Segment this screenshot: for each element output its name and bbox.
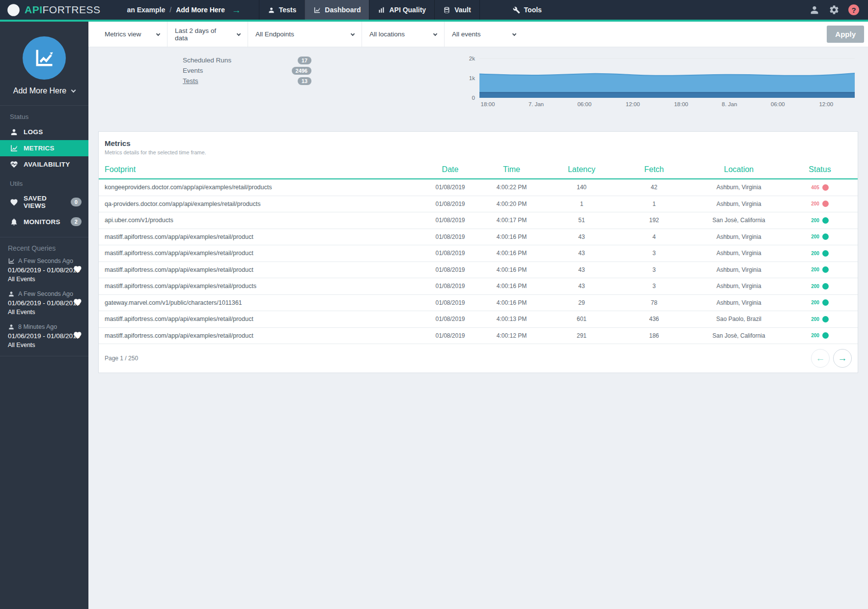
status-dot-icon bbox=[822, 283, 829, 290]
sidebar-item-saved-views[interactable]: SAVED VIEWS0 bbox=[0, 191, 88, 213]
cell-date: 01/08/2019 bbox=[422, 316, 478, 322]
cell-time: 4:00:13 PM bbox=[478, 316, 545, 322]
cell-date: 01/08/2019 bbox=[422, 184, 478, 191]
cell-status: 200 bbox=[788, 201, 852, 207]
chevron-down-icon bbox=[351, 31, 355, 35]
cell-footprint: api.uber.com/v1/products bbox=[105, 217, 422, 224]
sidebar-item-availability[interactable]: AVAILABILITY bbox=[0, 156, 88, 173]
status-code: 200 bbox=[811, 284, 819, 289]
table-footer: Page 1 / 250 ← → bbox=[99, 344, 858, 373]
cell-latency: 51 bbox=[545, 217, 618, 224]
cell-date: 01/08/2019 bbox=[422, 217, 478, 224]
cell-latency: 291 bbox=[545, 332, 618, 339]
status-code: 200 bbox=[811, 300, 819, 305]
table-row[interactable]: mastiff.apifortress.com/app/api/examples… bbox=[99, 311, 858, 328]
tab-label: Vault bbox=[454, 6, 471, 14]
user-icon bbox=[8, 323, 15, 330]
cell-status: 200 bbox=[788, 332, 852, 339]
filter-dropdown-last-2-days-of-data[interactable]: Last 2 days of data bbox=[168, 22, 248, 47]
table-row[interactable]: mastiff.apifortress.com/app/api/examples… bbox=[99, 229, 858, 246]
cell-latency: 43 bbox=[545, 283, 618, 290]
cell-location: San Josè, California bbox=[690, 217, 788, 224]
metrics-subtitle: Metrics details for the selected time fr… bbox=[105, 149, 852, 155]
status-code: 405 bbox=[811, 185, 819, 190]
sidebar-item-label: LOGS bbox=[24, 128, 43, 136]
cell-time: 4:00:16 PM bbox=[478, 266, 545, 273]
breadcrumb-project[interactable]: an Example bbox=[127, 6, 165, 14]
tab-vault[interactable]: Vault bbox=[434, 0, 479, 20]
sidebar-item-monitors[interactable]: MONITORS2 bbox=[0, 213, 88, 230]
cell-latency: 140 bbox=[545, 184, 618, 191]
cell-status: 200 bbox=[788, 316, 852, 322]
cell-status: 200 bbox=[788, 299, 852, 306]
status-code: 200 bbox=[811, 333, 819, 338]
heart-outline-icon[interactable] bbox=[73, 331, 82, 340]
apply-button[interactable]: Apply bbox=[827, 26, 864, 43]
table-row[interactable]: mastiff.apifortress.com/app/api/examples… bbox=[99, 278, 858, 295]
sidebar-item-label: AVAILABILITY bbox=[24, 161, 70, 168]
table-row[interactable]: qa-providers.doctor.com/app/api/examples… bbox=[99, 196, 858, 213]
recent-query-item[interactable]: A Few Seconds Ago01/06/2019 - 01/08/2019… bbox=[0, 257, 88, 290]
brand-text: API FORTRESS bbox=[25, 4, 100, 16]
column-header-time: Time bbox=[478, 165, 545, 174]
cell-footprint: kongeeproviders.doctor.com/app/api/examp… bbox=[105, 184, 422, 191]
cell-location: Ashburn, Virginia bbox=[690, 250, 788, 257]
chevron-down-icon bbox=[71, 87, 76, 92]
next-page-button[interactable]: → bbox=[833, 349, 852, 368]
filter-dropdown-all-endpoints[interactable]: All Endpoints bbox=[248, 22, 362, 47]
project-selector[interactable]: Add More Here bbox=[0, 87, 88, 95]
status-dot-icon bbox=[822, 332, 829, 339]
stat-label[interactable]: Tests bbox=[183, 77, 198, 85]
count-badge: 0 bbox=[71, 198, 82, 206]
tab-tools[interactable]: Tools bbox=[504, 0, 550, 20]
stat-row-scheduled-runs: Scheduled Runs17 bbox=[183, 55, 311, 65]
table-row[interactable]: gateway.marvel.com/v1/public/characters/… bbox=[99, 295, 858, 312]
recent-query-item[interactable]: A Few Seconds Ago01/06/2019 - 01/08/2019… bbox=[0, 290, 88, 323]
table-header-row: FootprintDateTimeLatencyFetchLocationSta… bbox=[99, 160, 858, 179]
cell-location: San Josè, California bbox=[690, 332, 788, 339]
recent-query-ago: A Few Seconds Ago bbox=[8, 257, 82, 265]
cell-time: 4:00:12 PM bbox=[478, 332, 545, 339]
status-code: 200 bbox=[811, 317, 819, 322]
sidebar-item-metrics[interactable]: METRICS bbox=[0, 140, 88, 156]
prev-page-button[interactable]: ← bbox=[811, 349, 830, 368]
svg-text:1k: 1k bbox=[469, 75, 475, 81]
column-header-date: Date bbox=[422, 165, 478, 174]
account-icon[interactable] bbox=[809, 4, 820, 15]
column-header-location: Location bbox=[690, 165, 788, 174]
project-avatar[interactable] bbox=[23, 36, 66, 80]
tab-tests[interactable]: Tests bbox=[259, 0, 305, 20]
cell-time: 4:00:16 PM bbox=[478, 283, 545, 290]
breadcrumb-arrow-icon[interactable]: → bbox=[232, 5, 241, 15]
status-dot-icon bbox=[822, 250, 829, 257]
table-row[interactable]: mastiff.apifortress.com/app/api/examples… bbox=[99, 328, 858, 345]
filter-bar: Metrics viewLast 2 days of dataAll Endpo… bbox=[88, 22, 868, 47]
brand[interactable]: API FORTRESS bbox=[0, 0, 105, 20]
heart-outline-icon[interactable] bbox=[73, 298, 82, 307]
table-row[interactable]: kongeeproviders.doctor.com/app/api/examp… bbox=[99, 179, 858, 196]
sidebar-item-logs[interactable]: LOGS bbox=[0, 124, 88, 140]
tab-dashboard[interactable]: Dashboard bbox=[305, 0, 369, 20]
heart-outline-icon[interactable] bbox=[73, 265, 82, 274]
table-row[interactable]: mastiff.apifortress.com/app/api/examples… bbox=[99, 245, 858, 262]
filter-dropdown-all-locations[interactable]: All locations bbox=[362, 22, 445, 47]
gear-icon[interactable] bbox=[829, 4, 840, 15]
filter-dropdown-metrics-view[interactable]: Metrics view bbox=[97, 22, 168, 47]
cell-footprint: mastiff.apifortress.com/app/api/examples… bbox=[105, 332, 422, 339]
cell-status: 200 bbox=[788, 250, 852, 257]
help-icon[interactable]: ? bbox=[848, 4, 859, 15]
tab-api-quality[interactable]: API Quality bbox=[369, 0, 434, 20]
breadcrumb-page[interactable]: Add More Here bbox=[176, 6, 225, 14]
cell-location: Ashburn, Virginia bbox=[690, 283, 788, 290]
cell-fetch: 1 bbox=[618, 201, 690, 207]
table-row[interactable]: api.uber.com/v1/products01/08/20194:00:1… bbox=[99, 212, 858, 229]
table-row[interactable]: mastiff.apifortress.com/app/api/examples… bbox=[99, 262, 858, 279]
cell-fetch: 3 bbox=[618, 266, 690, 273]
chevron-down-icon bbox=[433, 31, 437, 35]
recent-query-scope: All Events bbox=[8, 342, 82, 349]
recent-query-scope: All Events bbox=[8, 309, 82, 317]
filter-dropdown-all-events[interactable]: All events bbox=[445, 22, 523, 47]
cell-status: 200 bbox=[788, 283, 852, 290]
recent-query-item[interactable]: 8 Minutes Ago01/06/2019 - 01/08/2019All … bbox=[0, 323, 88, 356]
recent-query-item[interactable]: 9 Minutes Ago01/06/2019 - 01/08/2019All … bbox=[0, 356, 88, 356]
